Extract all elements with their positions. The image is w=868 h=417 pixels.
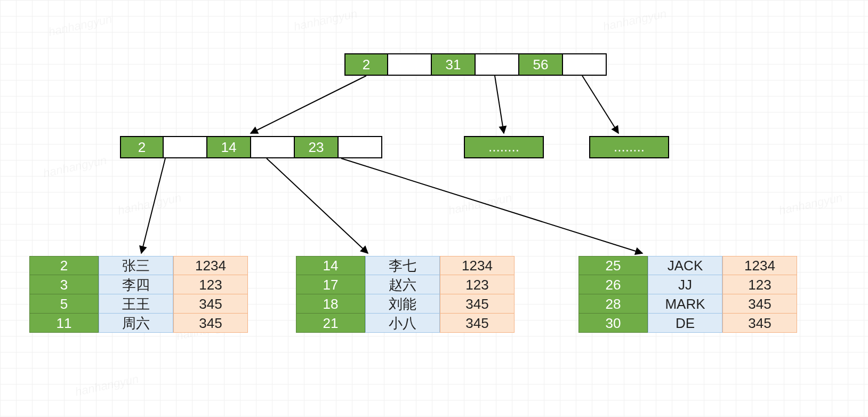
leaf-0: 2 张三 1234 3 李四 123 5 王王 345 11 周六 345: [29, 256, 248, 333]
leaf-cell-val: 345: [440, 314, 515, 333]
root-key-0: 2: [344, 53, 388, 76]
root-ptr-2: [563, 53, 607, 76]
leaf-cell-val: 345: [722, 294, 797, 314]
leaf-cell-id: 14: [296, 256, 365, 275]
leaf-cell-name: 李四: [99, 275, 173, 294]
leaf-cell-val: 345: [173, 314, 248, 333]
internal-1-key-0: 2: [120, 136, 164, 158]
root-key-2: 56: [519, 53, 563, 76]
leaf-cell-val: 123: [173, 275, 248, 294]
leaf-1-row-3: 21 小八 345: [296, 314, 515, 333]
leaf-cell-name: 刘能: [365, 294, 440, 314]
internal-1-key-2: 23: [295, 136, 339, 158]
leaf-cell-val: 345: [722, 314, 797, 333]
leaf-2-row-3: 30 DE 345: [578, 314, 797, 333]
leaf-cell-name: DE: [648, 314, 722, 333]
leaf-cell-name: 王王: [99, 294, 173, 314]
leaf-cell-name: JJ: [648, 275, 722, 294]
leaf-cell-id: 28: [578, 294, 648, 314]
root-key-1: 31: [432, 53, 476, 76]
leaf-cell-id: 5: [29, 294, 99, 314]
leaf-cell-val: 1234: [722, 256, 797, 275]
leaf-cell-id: 3: [29, 275, 99, 294]
leaf-cell-id: 17: [296, 275, 365, 294]
leaf-2-row-2: 28 MARK 345: [578, 294, 797, 314]
internal-node-2-placeholder: ........: [464, 136, 544, 158]
leaf-0-row-0: 2 张三 1234: [29, 256, 248, 275]
leaf-cell-name: 赵六: [365, 275, 440, 294]
leaf-cell-id: 2: [29, 256, 99, 275]
leaf-cell-id: 21: [296, 314, 365, 333]
leaf-cell-name: 张三: [99, 256, 173, 275]
leaf-cell-val: 123: [440, 275, 515, 294]
leaf-2-row-1: 26 JJ 123: [578, 275, 797, 294]
leaf-cell-name: MARK: [648, 294, 722, 314]
leaf-cell-val: 345: [173, 294, 248, 314]
leaf-cell-id: 25: [578, 256, 648, 275]
leaf-cell-id: 18: [296, 294, 365, 314]
root-ptr-0: [388, 53, 432, 76]
leaf-cell-name: 周六: [99, 314, 173, 333]
root-node: 2 31 56: [344, 53, 607, 76]
leaf-cell-val: 1234: [173, 256, 248, 275]
internal-1-ptr-2: [339, 136, 382, 158]
leaf-0-row-1: 3 李四 123: [29, 275, 248, 294]
leaf-cell-val: 1234: [440, 256, 515, 275]
leaf-1-row-0: 14 李七 1234: [296, 256, 515, 275]
leaf-1-row-1: 17 赵六 123: [296, 275, 515, 294]
leaf-cell-id: 30: [578, 314, 648, 333]
leaf-2: 25 JACK 1234 26 JJ 123 28 MARK 345 30 DE…: [578, 256, 797, 333]
root-ptr-1: [476, 53, 519, 76]
leaf-2-row-0: 25 JACK 1234: [578, 256, 797, 275]
leaf-cell-val: 123: [722, 275, 797, 294]
leaf-cell-id: 26: [578, 275, 648, 294]
leaf-cell-name: 小八: [365, 314, 440, 333]
internal-node-1: 2 14 23: [120, 136, 382, 158]
leaf-cell-name: JACK: [648, 256, 722, 275]
internal-1-ptr-1: [251, 136, 295, 158]
leaf-cell-val: 345: [440, 294, 515, 314]
leaf-1-row-2: 18 刘能 345: [296, 294, 515, 314]
leaf-cell-id: 11: [29, 314, 99, 333]
internal-1-ptr-0: [164, 136, 207, 158]
leaf-cell-name: 李七: [365, 256, 440, 275]
internal-node-3-placeholder: ........: [589, 136, 669, 158]
leaf-0-row-2: 5 王王 345: [29, 294, 248, 314]
leaf-0-row-3: 11 周六 345: [29, 314, 248, 333]
internal-1-key-1: 14: [207, 136, 251, 158]
leaf-1: 14 李七 1234 17 赵六 123 18 刘能 345 21 小八 345: [296, 256, 515, 333]
